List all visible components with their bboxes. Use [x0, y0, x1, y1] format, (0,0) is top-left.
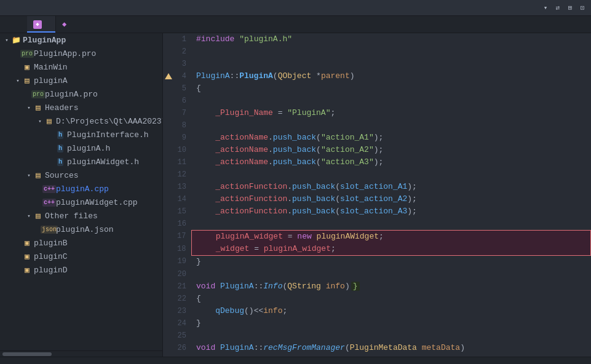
tree-arrow-sources: ▾ [25, 171, 33, 180]
tree-item-plugina-json[interactable]: jsonpluginA.json [0, 223, 162, 236]
tree-icon-sources: ▤ [33, 170, 43, 180]
tree-arrow-plugind [14, 266, 22, 274]
link-icon[interactable]: ⇄ [553, 3, 563, 13]
tree-item-plugina-cpp[interactable]: c++pluginA.cpp [0, 182, 162, 196]
code-content-17[interactable]: pluginA_widget = new pluginAWidget; [191, 230, 591, 243]
editor-area[interactable]: 1#include "pluginA.h"234PluginA::PluginA… [163, 33, 591, 357]
line-number-17: 17 [163, 230, 191, 243]
tree-item-plugina[interactable]: ▾▤pluginA [0, 74, 162, 87]
tree-icon-plugina-h: h [55, 143, 65, 153]
tree-item-plugina-h[interactable]: hpluginA.h [0, 141, 162, 155]
code-content-26[interactable]: void PluginA::recMsgFromManager(PluginMe… [191, 342, 591, 354]
tree-item-sources[interactable]: ▾▤Sources [0, 168, 162, 182]
code-content-1[interactable]: #include "pluginA.h" [191, 33, 591, 46]
bottom-scrollbar[interactable] [0, 357, 591, 364]
code-content-18[interactable]: _widget = pluginA_widget; [191, 243, 591, 256]
code-line-7: 7 _Plugin_Name = "PluginA"; [163, 107, 591, 119]
code-content-8[interactable] [191, 119, 591, 132]
line-number-9: 9 [163, 132, 191, 144]
file-tree: ▾📁PluginAppproPluginApp.pro▣MainWin▾▤plu… [0, 33, 162, 277]
code-content-6[interactable] [191, 95, 591, 107]
sync-icon[interactable]: ⊞ [565, 3, 575, 13]
tree-item-plugininterface-h[interactable]: hPluginInterface.h [0, 128, 162, 141]
code-content-10[interactable]: _actionName.push_back("action_A2"); [191, 144, 591, 156]
code-content-23[interactable]: qDebug()<<info; [191, 305, 591, 317]
code-line-17: 17 pluginA_widget = new pluginAWidget; [163, 230, 591, 243]
tree-item-pluginb[interactable]: ▣pluginB [0, 236, 162, 250]
tree-icon-pluginc: ▣ [22, 251, 32, 261]
tree-item-pluginawidget-cpp[interactable]: c++pluginAWidget.cpp [0, 196, 162, 209]
code-content-11[interactable]: _actionName.push_back("action_A3"); [191, 156, 591, 168]
code-content-15[interactable]: _actionFunction.push_back(slot_action_A3… [191, 205, 591, 218]
code-content-9[interactable]: _actionName.push_back("action_A1"); [191, 132, 591, 144]
code-content-16[interactable] [191, 218, 591, 230]
tree-icon-headers-path: ▤ [44, 116, 54, 126]
tree-label-mainwin: MainWin [34, 63, 68, 72]
code-line-21: 21void PluginA::Info(QString info)} [163, 280, 591, 293]
filter-icon[interactable]: ▾ [541, 3, 550, 13]
code-content-19[interactable]: } [191, 255, 591, 268]
code-content-4[interactable]: PluginA::PluginA(QObject *parent) [191, 70, 591, 82]
tree-item-pluginc[interactable]: ▣pluginC [0, 250, 162, 263]
tree-arrow-mainwin [14, 63, 22, 71]
tree-item-pluginapp-root[interactable]: ▾📁PluginApp [0, 33, 162, 47]
tree-item-mainwin[interactable]: ▣MainWin [0, 60, 162, 74]
code-content-3[interactable] [191, 58, 591, 70]
line-number-25: 25 [163, 330, 191, 342]
tree-icon-mainwin: ▣ [22, 62, 32, 72]
code-content-25[interactable] [191, 330, 591, 342]
breadcrumb-icon: ◆ [62, 20, 66, 29]
code-content-20[interactable] [191, 268, 591, 280]
line-number-26: 26 [163, 342, 191, 354]
tabbar: ◆ ◆ [0, 16, 591, 33]
tab-plugina-cpp[interactable]: ◆ [27, 16, 56, 33]
code-content-24[interactable]: } [191, 317, 591, 330]
code-line-3: 3 [163, 58, 591, 70]
tree-arrow-headers-path: ▾ [36, 117, 44, 125]
code-content-2[interactable] [191, 46, 591, 58]
line-number-19: 19 [163, 255, 191, 268]
tree-icon-pluginawidget-h: h [55, 157, 65, 167]
code-line-13: 13 _actionFunction.push_back(slot_action… [163, 181, 591, 193]
code-line-4: 4PluginA::PluginA(QObject *parent) [163, 70, 591, 82]
code-content-7[interactable]: _Plugin_Name = "PluginA"; [191, 107, 591, 119]
line-number-10: 10 [163, 144, 191, 156]
tree-arrow-pluginb [14, 239, 22, 247]
code-line-18: 18 _widget = pluginA_widget; [163, 243, 591, 256]
tree-label-plugind: pluginD [34, 266, 68, 275]
expand-icon[interactable]: ⊡ [577, 3, 587, 13]
tree-item-headers[interactable]: ▾▤Headers [0, 101, 162, 114]
tree-icon-headers: ▤ [33, 103, 43, 113]
code-line-20: 20 [163, 268, 591, 280]
code-content-13[interactable]: _actionFunction.push_back(slot_action_A1… [191, 181, 591, 193]
line-number-2: 2 [163, 46, 191, 58]
tree-item-plugind[interactable]: ▣pluginD [0, 263, 162, 277]
code-content-22[interactable]: { [191, 293, 591, 305]
tree-label-pluginc: pluginC [34, 252, 68, 261]
line-number-23: 23 [163, 305, 191, 317]
line-number-27: 27 [163, 354, 191, 357]
sidebar-scrollbar[interactable] [0, 350, 162, 357]
code-line-23: 23 qDebug()<<info; [163, 305, 591, 317]
titlebar-icons: ▾ ⇄ ⊞ ⊡ [541, 3, 587, 13]
tree-item-otherfiles[interactable]: ▾▤Other files [0, 209, 162, 223]
code-content-12[interactable] [191, 168, 591, 181]
tab-nav-next[interactable] [14, 16, 27, 33]
tab-nav-prev[interactable] [0, 16, 14, 33]
line-number-8: 8 [163, 119, 191, 132]
code-content-27[interactable]: { [191, 354, 591, 357]
tree-item-pluginapp-pro[interactable]: proPluginApp.pro [0, 47, 162, 60]
code-content-5[interactable]: { [191, 82, 591, 95]
tree-item-headers-path[interactable]: ▾▤D:\Projects\Qt\AAA2023\Plu [0, 114, 162, 128]
tree-item-pluginawidget-h[interactable]: hpluginAWidget.h [0, 155, 162, 168]
tree-icon-pluginawidget-cpp: c++ [44, 197, 54, 207]
code-line-25: 25 [163, 330, 591, 342]
tree-label-pluginawidget-cpp: pluginAWidget.cpp [56, 198, 138, 207]
tree-arrow-pluginapp-root: ▾ [2, 36, 11, 44]
code-content-21[interactable]: void PluginA::Info(QString info)} [191, 280, 591, 293]
line-number-16: 16 [163, 218, 191, 230]
code-content-14[interactable]: _actionFunction.push_back(slot_action_A2… [191, 193, 591, 205]
tree-item-plugina-pro[interactable]: propluginA.pro [0, 87, 162, 101]
code-line-5: 5{ [163, 82, 591, 95]
tree-label-sources: Sources [45, 171, 79, 180]
